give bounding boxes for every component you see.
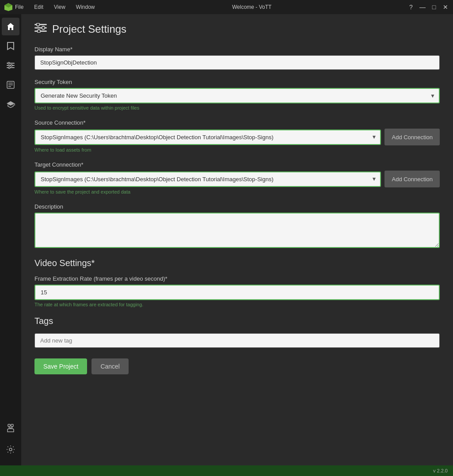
settings-lines-icon — [34, 23, 47, 33]
edit-icon — [7, 81, 15, 89]
svg-point-5 — [8, 62, 10, 64]
frame-rate-hint: The rate at which frames are extracted f… — [34, 302, 440, 307]
page-header-icon — [34, 23, 47, 35]
target-connection-group: Target Connection* StopSignImages (C:\Us… — [34, 161, 440, 194]
window-controls[interactable]: ? — □ ✕ — [407, 4, 449, 11]
source-connection-label: Source Connection* — [34, 119, 440, 126]
description-label: Description — [34, 203, 440, 210]
svg-rect-10 — [8, 424, 10, 426]
sidebar-item-settings[interactable] — [2, 441, 19, 458]
minimize-button[interactable]: — — [419, 4, 426, 11]
cancel-button[interactable]: Cancel — [91, 358, 129, 374]
sidebar-bottom — [2, 419, 19, 465]
svg-point-12 — [9, 448, 12, 451]
display-name-input[interactable] — [34, 55, 440, 70]
sidebar — [0, 14, 21, 465]
security-token-select-wrapper: Generate New Security Token ▼ — [34, 88, 440, 103]
security-token-label: Security Token — [34, 79, 440, 85]
menu-window[interactable]: Window — [74, 3, 97, 11]
target-add-connection-button[interactable]: Add Connection — [384, 171, 440, 187]
security-token-hint: Used to encrypt sensitive data within pr… — [34, 105, 440, 110]
description-input[interactable] — [34, 213, 440, 248]
page-header: Project Settings — [34, 23, 440, 35]
sidebar-item-model[interactable] — [2, 95, 19, 113]
title-bar: File Edit View Window Welcome - VoTT ? —… — [0, 0, 453, 14]
help-button[interactable]: ? — [407, 4, 415, 11]
tags-group: Tags — [34, 316, 440, 348]
sidebar-item-bookmark[interactable] — [2, 37, 19, 55]
action-buttons: Save Project Cancel — [34, 358, 440, 374]
sidebar-item-connections[interactable] — [2, 57, 19, 74]
app-body: Project Settings Display Name* Security … — [0, 14, 453, 465]
source-add-connection-button[interactable]: Add Connection — [384, 129, 440, 145]
svg-point-7 — [8, 67, 10, 69]
gear-icon — [6, 445, 15, 454]
display-name-group: Display Name* — [34, 46, 440, 70]
target-connection-select[interactable]: StopSignImages (C:\Users\brachtma\Deskto… — [34, 171, 381, 187]
display-name-label: Display Name* — [34, 46, 440, 53]
source-connection-group: Source Connection* StopSignImages (C:\Us… — [34, 119, 440, 152]
frame-rate-group: Frame Extraction Rate (frames per a vide… — [34, 275, 440, 307]
frame-rate-input[interactable] — [34, 285, 440, 300]
tags-title: Tags — [34, 316, 440, 326]
tags-input[interactable] — [34, 333, 440, 348]
security-token-select[interactable]: Generate New Security Token — [34, 88, 440, 103]
bookmark-icon — [7, 42, 15, 50]
target-connection-row: StopSignImages (C:\Users\brachtma\Deskto… — [34, 171, 440, 187]
save-project-button[interactable]: Save Project — [34, 358, 87, 374]
app-logo — [4, 2, 13, 12]
sidebar-item-edit[interactable] — [2, 76, 19, 94]
maximize-button[interactable]: □ — [430, 4, 438, 11]
video-settings-title: Video Settings* — [34, 258, 440, 268]
svg-point-16 — [37, 23, 40, 26]
plugin-icon — [7, 424, 15, 433]
target-connection-label: Target Connection* — [34, 161, 440, 168]
target-connection-hint: Where to save the project and exported d… — [34, 189, 440, 194]
description-group: Description — [34, 203, 440, 249]
graduation-icon — [6, 100, 15, 109]
source-connection-select-wrapper: StopSignImages (C:\Users\brachtma\Deskto… — [34, 129, 381, 145]
svg-point-6 — [11, 65, 12, 66]
version-label: v 2.2.0 — [433, 468, 448, 473]
source-connection-hint: Where to load assets from — [34, 147, 440, 152]
close-button[interactable]: ✕ — [442, 4, 449, 11]
home-icon — [6, 22, 15, 31]
status-bar: v 2.2.0 — [0, 465, 453, 476]
menu-bar[interactable]: File Edit View Window — [13, 3, 97, 11]
source-connection-select[interactable]: StopSignImages (C:\Users\brachtma\Deskto… — [34, 129, 381, 145]
window-title: Welcome - VoTT — [97, 4, 407, 10]
security-token-group: Security Token Generate New Security Tok… — [34, 79, 440, 110]
menu-view[interactable]: View — [52, 3, 67, 11]
connections-icon — [6, 62, 15, 69]
svg-point-17 — [42, 27, 45, 30]
source-connection-row: StopSignImages (C:\Users\brachtma\Deskto… — [34, 129, 440, 145]
svg-rect-4 — [7, 67, 15, 68]
menu-edit[interactable]: Edit — [32, 3, 45, 11]
main-content: Project Settings Display Name* Security … — [21, 14, 453, 465]
target-connection-select-wrapper: StopSignImages (C:\Users\brachtma\Deskto… — [34, 171, 381, 187]
svg-rect-11 — [11, 424, 13, 426]
sidebar-item-plugin[interactable] — [2, 419, 19, 437]
svg-point-18 — [38, 30, 41, 33]
sidebar-item-home[interactable] — [2, 18, 19, 35]
page-title: Project Settings — [52, 23, 126, 35]
frame-rate-label: Frame Extraction Rate (frames per a vide… — [34, 275, 440, 282]
menu-file[interactable]: File — [13, 3, 25, 11]
